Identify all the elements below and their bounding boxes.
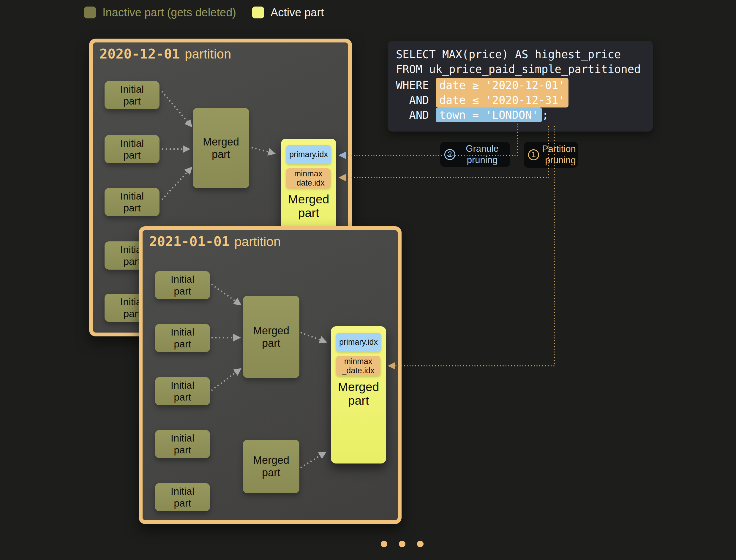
merged-part-inactive: Merged part [243,440,299,493]
granule-pruning-label: Granule pruning [458,143,506,166]
sql-keyword: AND [396,93,436,107]
primary-idx-label: primary.idx [339,338,378,347]
granule-pruning-line2: pruning [467,155,498,165]
carousel-indicator [381,541,424,547]
inactive-part-label: Inactive part (gets deleted) [102,6,236,19]
merged-part-inactive: Merged part [193,108,249,188]
sql-line-and-date: AND date ≤ '2020-12-31' [396,93,653,107]
step-1-badge: 1 [528,149,539,160]
initial-part: Initial part [105,188,159,216]
legend: Inactive part (gets deleted) Active part [84,5,324,20]
initial-part: Initial part [105,135,159,163]
partition-pruning-line2: pruning [545,155,576,165]
sql-line-and-town: AND town = 'LONDON'; [396,107,653,122]
partition-pruning-label: Partition pruning [542,143,576,166]
sql-terminator: ; [542,107,549,122]
partition-pruning-callout: 1 Partition pruning [524,142,578,168]
partition-suffix: partition [185,47,231,61]
merged-part-label: Merged part [331,380,386,408]
minmax-idx-line2: _date.idx [292,178,324,188]
minmax-date-idx-badge: minmax _date.idx [286,168,330,189]
sql-query-panel: SELECT MAX(price) AS highest_price FROM … [388,41,653,132]
carousel-dot-1[interactable] [381,541,387,547]
partition-date: 2021-01-01 [149,234,229,249]
town-filter-highlight: town = 'LONDON' [436,107,542,122]
primary-idx-badge: primary.idx [286,145,331,164]
carousel-dot-3[interactable] [417,541,424,547]
partition-box-2021-01-01: 2021-01-01 partition Initial part Initia… [139,226,402,524]
primary-idx-label: primary.idx [289,150,328,159]
sql-line-where: WHERE date ≥ '2020-12-01' [396,78,653,93]
active-part-swatch [252,7,264,18]
initial-part: Initial part [155,271,210,299]
minmax-idx-line1: minmax [294,169,322,178]
initial-part: Initial part [155,377,210,405]
sql-line-from: FROM uk_price_paid_simple_partitioned [396,63,653,78]
date-upper-bound-highlight: date ≤ '2020-12-31' [436,93,569,107]
partition-title: 2020-12-01 partition [99,46,231,62]
sql-keyword: WHERE [396,78,436,93]
initial-part: Initial part [105,81,159,109]
partition-date: 2020-12-01 [99,46,180,62]
partition-pruning-line1: Partition [542,144,576,154]
active-part-label: Active part [270,6,324,19]
inactive-part-swatch [84,7,96,18]
merged-part-active: primary.idx minmax _date.idx Merged part [331,326,386,463]
diagram-canvas: Inactive part (gets deleted) Active part… [0,0,736,560]
step-2-badge: 2 [444,149,455,160]
granule-pruning-line1: Granule [466,143,498,154]
primary-idx-badge: primary.idx [336,333,381,352]
minmax-idx-line1: minmax [344,357,373,366]
initial-part: Initial part [155,430,210,458]
minmax-date-idx-badge: minmax _date.idx [336,356,381,376]
partition-title: 2021-01-01 partition [149,234,281,249]
granule-pruning-callout: 2 Granule pruning [440,142,510,167]
partition-suffix: partition [234,234,281,249]
sql-line-select: SELECT MAX(price) AS highest_price [396,48,653,63]
merged-part-inactive: Merged part [243,296,299,378]
minmax-idx-line2: _date.idx [342,366,375,375]
initial-part: Initial part [155,324,210,352]
merged-part-label: Merged part [281,193,336,220]
date-lower-bound-highlight: date ≥ '2020-12-01' [436,78,569,93]
sql-keyword: AND [396,107,436,122]
initial-part: Initial part [155,483,210,511]
carousel-dot-2[interactable] [399,541,406,547]
